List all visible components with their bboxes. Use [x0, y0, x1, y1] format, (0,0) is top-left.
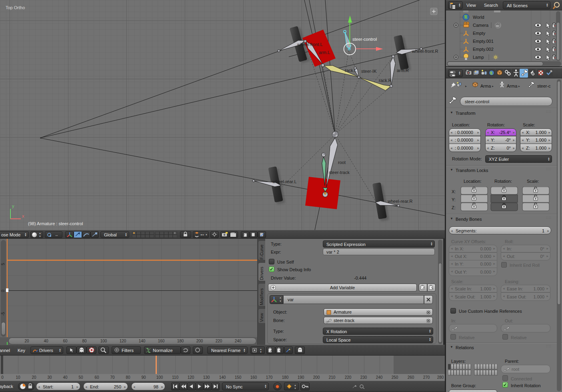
svg-text:Top Ortho: Top Ortho: [6, 5, 25, 10]
svg-text:arm.R: arm.R: [397, 68, 409, 73]
svg-text:rack.L: rack.L: [345, 68, 357, 73]
svg-text:(98) Armature : steer-control: (98) Armature : steer-control: [28, 221, 83, 226]
svg-text:80: 80: [126, 375, 130, 380]
svg-text:▲: ▲: [260, 348, 262, 350]
svg-text:rack.R: rack.R: [379, 78, 392, 83]
svg-text:100: 100: [100, 339, 107, 343]
svg-text:Modifiers: Modifiers: [259, 288, 264, 305]
svg-text:wheel-rear.R: wheel-rear.R: [387, 199, 412, 204]
svg-text:⊷: ⊷: [200, 233, 204, 237]
svg-text:0: 0: [1, 290, 5, 292]
svg-text:140: 140: [219, 375, 226, 380]
svg-text:120: 120: [120, 339, 126, 343]
svg-text:Empty: Empty: [473, 31, 486, 36]
svg-text:70: 70: [110, 375, 115, 380]
svg-text:steer-IK: steer-IK: [361, 69, 377, 74]
svg-text:5: 5: [1, 263, 5, 265]
svg-text:220: 220: [216, 339, 222, 343]
svg-text:180: 180: [177, 339, 184, 343]
svg-text:▲: ▲: [205, 233, 208, 236]
svg-text:120: 120: [188, 375, 194, 380]
svg-text:40: 40: [44, 339, 48, 343]
svg-text:▸: ▸: [465, 84, 467, 88]
svg-text:▼: ▼: [294, 387, 296, 390]
svg-text:230: 230: [360, 375, 367, 380]
svg-text:steer-control: steer-control: [352, 37, 377, 42]
svg-text:Camera: Camera: [473, 23, 489, 28]
svg-text:100: 100: [156, 375, 163, 380]
svg-text:50: 50: [78, 375, 83, 380]
svg-text:▼: ▼: [260, 351, 262, 353]
svg-text:80: 80: [82, 339, 87, 343]
svg-text:60: 60: [63, 339, 68, 343]
svg-text:240: 240: [235, 339, 242, 343]
svg-text:140: 140: [139, 339, 146, 343]
svg-text:10: 10: [16, 375, 20, 380]
svg-text:20: 20: [24, 339, 29, 343]
svg-text:Lamp: Lamp: [473, 55, 484, 60]
svg-text:180: 180: [282, 375, 289, 380]
svg-text:View: View: [259, 313, 264, 322]
svg-text:-5: -5: [1, 312, 5, 316]
svg-text:150: 150: [235, 375, 242, 380]
svg-text:170: 170: [266, 375, 273, 380]
svg-text:Drivers: Drivers: [259, 267, 264, 280]
svg-text:Empty.001: Empty.001: [473, 39, 494, 44]
svg-text:steer-track: steer-track: [329, 170, 350, 175]
svg-text:40: 40: [63, 375, 68, 380]
svg-text:190: 190: [298, 375, 304, 380]
svg-text:World: World: [473, 15, 484, 20]
svg-text:x: x: [22, 214, 24, 218]
svg-text:wheel-rear.L: wheel-rear.L: [272, 179, 297, 184]
svg-text:arm.L: arm.L: [319, 50, 330, 55]
svg-text:220: 220: [345, 375, 352, 380]
svg-text:240: 240: [376, 375, 383, 380]
svg-text:110: 110: [172, 375, 178, 380]
svg-text:130: 130: [203, 375, 210, 380]
svg-text:Arma: Arma: [480, 84, 491, 88]
svg-text:280: 280: [437, 375, 444, 380]
svg-text:60: 60: [94, 375, 99, 380]
svg-text:90: 90: [141, 375, 146, 380]
svg-text:160: 160: [158, 339, 165, 343]
svg-text:▲: ▲: [294, 384, 296, 386]
svg-text:steer-c: steer-c: [537, 84, 551, 88]
svg-text:Arma: Arma: [507, 84, 518, 88]
svg-text:▸: ▸: [492, 84, 494, 88]
svg-text:270: 270: [423, 375, 430, 380]
svg-text:250: 250: [392, 375, 398, 380]
svg-text:200: 200: [313, 375, 320, 380]
svg-text:y: y: [12, 204, 14, 208]
svg-text:F-Curve: F-Curve: [259, 244, 264, 260]
svg-text:▸: ▸: [518, 84, 520, 88]
svg-text:wheel-front.R: wheel-front.R: [412, 49, 438, 54]
svg-text:Empty.002: Empty.002: [473, 47, 494, 52]
svg-text:wheel-front.L: wheel-front.L: [297, 42, 323, 47]
svg-text:⇔: ⇔: [55, 233, 58, 237]
svg-text:20: 20: [32, 375, 36, 380]
svg-text:260: 260: [408, 375, 414, 380]
svg-text:0: 0: [1, 375, 4, 380]
svg-text:210: 210: [329, 375, 336, 380]
svg-text:160: 160: [250, 375, 257, 380]
svg-text:200: 200: [196, 339, 203, 343]
svg-text:root: root: [338, 160, 346, 165]
svg-text:30: 30: [47, 375, 52, 380]
